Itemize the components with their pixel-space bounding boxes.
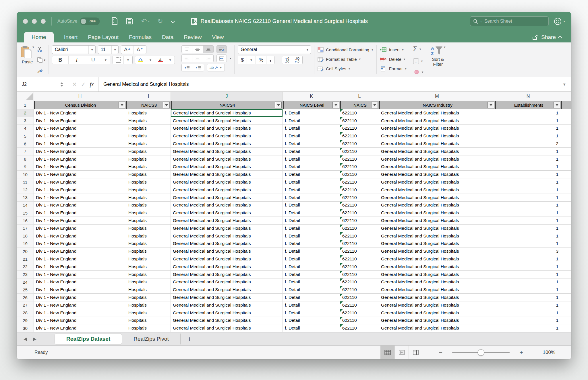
sheet-tab-realzips-pivot[interactable]: RealZips Pivot [122,334,181,344]
header-cell-M[interactable]: NAICS Industry [379,101,495,109]
cell-H7[interactable]: Div 1 - New England [34,148,126,155]
increase-font-size-button[interactable]: A▲ [121,46,134,54]
cell-J11[interactable]: General Medical and Surgical Hospitals [171,178,283,186]
cell-M9[interactable]: General Medical and Surgical Hospitals [379,163,495,171]
cell-H13[interactable]: Div 1 - New England [34,194,126,202]
row-header-29[interactable]: 29 [17,317,34,325]
cell-N18[interactable]: 1 [495,232,561,240]
borders-options-button[interactable]: ▼ [124,56,132,64]
cell-K24[interactable]: f. Detail [283,278,340,286]
cell-K19[interactable]: f. Detail [283,240,340,248]
cell-L26[interactable]: 622110 [340,294,379,301]
cell-M18[interactable]: General Medical and Surgical Hospitals [379,232,495,240]
ribbon-tab-insert[interactable]: Insert [64,32,78,42]
cell-J17[interactable]: General Medical and Surgical Hospitals [171,225,283,232]
row-header-18[interactable]: 18 [17,232,34,240]
zoom-in-button[interactable]: + [519,349,523,356]
cell-J16[interactable]: General Medical and Surgical Hospitals [171,217,283,225]
row-header-28[interactable]: 28 [17,309,34,317]
cell-L11[interactable]: 622110 [340,178,379,186]
cell-J7[interactable]: General Medical and Surgical Hospitals [171,148,283,155]
cell-M7[interactable]: General Medical and Surgical Hospitals [379,148,495,155]
row-header-5[interactable]: 5 [17,132,34,140]
cell-N30[interactable]: 1 [495,324,561,332]
cell-H30[interactable]: Div 1 - New England [34,324,126,332]
cell-I29[interactable]: Hospitals [126,317,171,325]
cell-L14[interactable]: 622110 [340,202,379,209]
cell-J5[interactable]: General Medical and Surgical Hospitals [171,132,283,140]
ribbon-tab-review[interactable]: Review [184,32,202,42]
cell-N26[interactable]: 1 [495,294,561,301]
cell-N13[interactable]: 1 [495,194,561,202]
underline-button[interactable]: U [85,56,101,64]
save-button[interactable] [126,18,133,25]
cell-L20[interactable]: 622110 [340,248,379,255]
cell-J25[interactable]: General Medical and Surgical Hospitals [171,286,283,294]
align-center-button[interactable] [192,55,203,62]
cell-H24[interactable]: Div 1 - New England [34,278,126,286]
cell-L19[interactable]: 622110 [340,240,379,248]
zoom-level[interactable]: 100% [540,350,555,355]
share-button[interactable]: Share [532,32,562,42]
cell-M3[interactable]: General Medical and Surgical Hospitals [379,117,495,125]
cell-L29[interactable]: 622110 [340,317,379,325]
row-header-2[interactable]: 2 [17,109,34,117]
cell-K12[interactable]: f. Detail [283,186,340,194]
merge-center-button[interactable] [216,54,227,62]
copy-button[interactable]: ▾ [37,56,46,63]
cell-L8[interactable]: 622110 [340,155,379,163]
clear-button[interactable]: ▾ [413,70,423,74]
cell-H4[interactable]: Div 1 - New England [34,125,126,132]
cell-K8[interactable]: f. Detail [283,155,340,163]
cell-H10[interactable]: Div 1 - New England [34,171,126,178]
formula-content[interactable]: General Medical and Surgical Hospitals [103,81,562,87]
format-painter-button[interactable] [37,67,46,74]
cell-empty[interactable] [561,163,571,171]
new-workbook-button[interactable] [111,17,118,25]
zoom-slider-thumb[interactable] [478,349,484,356]
cell-J14[interactable]: General Medical and Surgical Hospitals [171,202,283,209]
feedback-button[interactable]: ▾ [554,17,565,25]
sheet-tab-realzips-dataset[interactable]: RealZips Dataset [55,334,122,344]
header-cell-I[interactable]: NAICS3 [126,101,171,109]
cell-H28[interactable]: Div 1 - New England [34,309,126,317]
cell-empty[interactable] [561,255,571,263]
cell-L2[interactable]: 622110 [340,109,379,117]
cell-I2[interactable]: Hospitals [126,109,171,117]
row-header-9[interactable]: 9 [17,163,34,171]
search-sheet-input[interactable]: ⌄ Search Sheet [470,16,549,26]
row-header-21[interactable]: 21 [17,255,34,263]
cell-empty[interactable] [561,232,571,240]
cell-empty[interactable] [561,225,571,232]
cell-M20[interactable]: General Medical and Surgical Hospitals [379,248,495,255]
filter-dropdown-button[interactable] [275,102,282,108]
cell-I22[interactable]: Hospitals [126,263,171,271]
cell-M5[interactable]: General Medical and Surgical Hospitals [379,132,495,140]
font-size-combo[interactable]: 11 ▼ [98,45,119,54]
cell-N21[interactable]: 1 [495,255,561,263]
cell-J6[interactable]: General Medical and Surgical Hospitals [171,140,283,148]
cell-N25[interactable]: 1 [495,286,561,294]
increase-indent-button[interactable] [193,64,204,71]
cell-N14[interactable]: 1 [495,202,561,209]
autosave-toggle[interactable]: OFF [80,17,100,25]
cell-J22[interactable]: General Medical and Surgical Hospitals [171,263,283,271]
cell-J12[interactable]: General Medical and Surgical Hospitals [171,186,283,194]
row-header-27[interactable]: 27 [17,301,34,309]
next-sheet-button[interactable]: ▶ [33,336,37,342]
zoom-slider[interactable] [452,352,510,353]
ribbon-tab-data[interactable]: Data [162,32,173,42]
row-header-4[interactable]: 4 [17,125,34,132]
cell-N22[interactable]: 1 [495,263,561,271]
cell-M17[interactable]: General Medical and Surgical Hospitals [379,225,495,232]
cell-N17[interactable]: 1 [495,225,561,232]
cell-L28[interactable]: 622110 [340,309,379,317]
cell-M28[interactable]: General Medical and Surgical Hospitals [379,309,495,317]
cell-L3[interactable]: 622110 [340,117,379,125]
borders-button[interactable] [113,56,124,64]
cell-K30[interactable]: f. Detail [283,324,340,332]
cell-M10[interactable]: General Medical and Surgical Hospitals [379,171,495,178]
page-break-view-button[interactable] [409,346,423,359]
cell-L9[interactable]: 622110 [340,163,379,171]
row-header-7[interactable]: 7 [17,148,34,155]
